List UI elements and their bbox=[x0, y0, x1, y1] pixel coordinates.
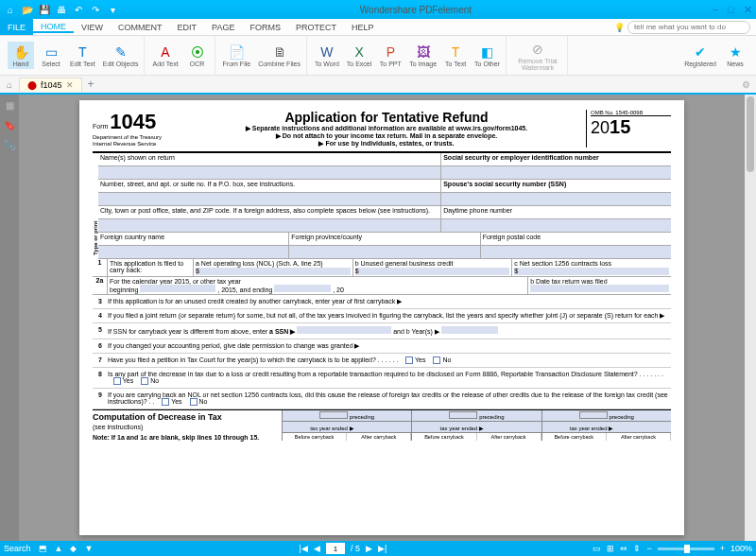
add-text-button[interactable]: AAdd Text bbox=[150, 42, 180, 69]
to-image-button[interactable]: 🖼To Image bbox=[407, 42, 438, 69]
help-search: 💡 bbox=[614, 21, 750, 34]
from-file-icon: 📄 bbox=[228, 43, 245, 61]
registered-icon: ✔ bbox=[692, 43, 709, 61]
document-viewer[interactable]: Form 1045 Department of the Treasury Int… bbox=[19, 95, 745, 541]
menu-view[interactable]: VIEW bbox=[74, 23, 111, 32]
checkbox[interactable] bbox=[113, 377, 121, 385]
news-icon: ★ bbox=[727, 43, 744, 61]
edit-text-button[interactable]: TEdit Text bbox=[68, 42, 97, 69]
document-tab[interactable]: ⬤ f1045 ✕ bbox=[19, 78, 82, 92]
zoom-in-button[interactable]: + bbox=[720, 544, 725, 553]
registered-button[interactable]: ✔Registered bbox=[682, 42, 718, 69]
bookmarks-icon[interactable]: 🔖 bbox=[4, 120, 15, 130]
ocr-button[interactable]: ⦿OCR bbox=[184, 42, 211, 69]
line-9: If you are carrying back an NOL or net s… bbox=[108, 391, 671, 406]
vertical-scrollbar[interactable] bbox=[745, 95, 756, 541]
quick-access-toolbar: ⌂ 📂 💾 🖶 ↶ ↷ ▾ bbox=[4, 3, 119, 16]
menu-edit[interactable]: EDIT bbox=[170, 23, 205, 32]
ribbon-group-watermark: ⊘Remove Trial Watermark bbox=[508, 36, 568, 75]
scroll-thumb[interactable] bbox=[747, 96, 754, 172]
first-page-button[interactable]: |◀ bbox=[300, 544, 308, 553]
tab-settings-icon[interactable]: ⚙ bbox=[736, 79, 756, 90]
fit-height-icon[interactable]: ⇕ bbox=[633, 544, 641, 553]
line-5: If SSN for carryback year is different f… bbox=[108, 326, 671, 336]
line-3: If this application is for an unused cre… bbox=[108, 298, 671, 305]
zoom-out-button[interactable]: − bbox=[646, 544, 651, 553]
edit-objects-button[interactable]: ✎Edit Objects bbox=[101, 42, 141, 69]
other-icon: ◧ bbox=[479, 43, 496, 61]
last-page-button[interactable]: ▶| bbox=[378, 544, 387, 553]
nav-down-icon[interactable]: ▼ bbox=[84, 544, 93, 553]
checkbox[interactable] bbox=[162, 398, 169, 406]
select-tool-button[interactable]: ▭Select bbox=[38, 42, 64, 69]
form-label: Form bbox=[93, 123, 108, 130]
from-file-button[interactable]: 📄From File bbox=[221, 42, 253, 69]
to-text-button[interactable]: TTo Text bbox=[442, 42, 469, 69]
remove-watermark-button[interactable]: ⊘Remove Trial Watermark bbox=[512, 39, 563, 73]
menu-home[interactable]: HOME bbox=[33, 22, 74, 33]
thumbnails-icon[interactable]: ▦ bbox=[6, 100, 14, 111]
spouse-ssn-field: Spouse's social security number (SSN) bbox=[440, 180, 671, 192]
hand-icon: ✋ bbox=[12, 43, 29, 61]
edit-objects-icon: ✎ bbox=[112, 43, 129, 61]
to-excel-button[interactable]: XTo Excel bbox=[345, 42, 373, 69]
close-button[interactable]: ✕ bbox=[744, 4, 752, 16]
prev-page-button[interactable]: ◀ bbox=[314, 544, 320, 553]
menu-help[interactable]: HELP bbox=[344, 23, 382, 32]
view-single-icon[interactable]: ▭ bbox=[593, 544, 601, 553]
qat-print-icon[interactable]: 🖶 bbox=[55, 3, 68, 16]
type-or-print-label: Type or print bbox=[93, 153, 98, 259]
qat-open-icon[interactable]: 📂 bbox=[21, 3, 34, 16]
nav-diamond-icon[interactable]: ◆ bbox=[70, 544, 77, 553]
menu-forms[interactable]: FORMS bbox=[242, 23, 288, 32]
qat-dropdown-icon[interactable]: ▾ bbox=[106, 3, 119, 16]
to-ppt-button[interactable]: PTo PPT bbox=[377, 42, 404, 69]
menu-bar: FILE HOME VIEW COMMENT EDIT PAGE FORMS P… bbox=[0, 19, 756, 36]
tab-home-icon[interactable]: ⌂ bbox=[0, 79, 19, 90]
menu-protect[interactable]: PROTECT bbox=[288, 23, 344, 32]
help-search-input[interactable] bbox=[627, 21, 750, 34]
zoom-percent[interactable]: 100% bbox=[730, 544, 752, 553]
checkbox[interactable] bbox=[190, 398, 198, 406]
status-bar: Search ⬒ ▲ ◆ ▼ |◀ ◀ / 5 ▶ ▶| ▭ ⊞ ⇔ ⇕ − +… bbox=[0, 541, 756, 556]
hand-tool-button[interactable]: ✋Hand bbox=[8, 42, 34, 69]
title-bar: ⌂ 📂 💾 🖶 ↶ ↷ ▾ Wondershare PDFelement − □… bbox=[0, 0, 756, 19]
ribbon-group-right: ✔Registered ★News bbox=[679, 36, 752, 75]
nav-icon[interactable]: ⬒ bbox=[39, 544, 47, 553]
zoom-slider[interactable] bbox=[658, 547, 714, 550]
view-continuous-icon[interactable]: ⊞ bbox=[607, 544, 614, 553]
pdf-page: Form 1045 Department of the Treasury Int… bbox=[79, 100, 684, 535]
checkbox[interactable] bbox=[405, 356, 413, 364]
add-tab-button[interactable]: + bbox=[82, 78, 100, 91]
to-word-button[interactable]: WTo Word bbox=[313, 42, 341, 69]
to-other-button[interactable]: ◧To Other bbox=[472, 42, 502, 69]
ribbon: ✋Hand ▭Select TEdit Text ✎Edit Objects A… bbox=[0, 36, 756, 76]
qat-redo-icon[interactable]: ↷ bbox=[89, 3, 102, 16]
news-button[interactable]: ★News bbox=[722, 42, 748, 69]
menu-page[interactable]: PAGE bbox=[204, 23, 242, 32]
computation-section: Computation of Decrease in Tax (see inst… bbox=[93, 409, 671, 441]
qat-home-icon[interactable]: ⌂ bbox=[4, 3, 17, 16]
maximize-button[interactable]: □ bbox=[728, 4, 734, 16]
qat-save-icon[interactable]: 💾 bbox=[38, 3, 51, 16]
qat-undo-icon[interactable]: ↶ bbox=[72, 3, 85, 16]
form-dept: Department of the Treasury Internal Reve… bbox=[93, 134, 187, 147]
file-menu[interactable]: FILE bbox=[0, 19, 33, 35]
search-label[interactable]: Search bbox=[4, 544, 31, 553]
menu-comment[interactable]: COMMENT bbox=[111, 23, 170, 32]
page-number-input[interactable] bbox=[326, 543, 345, 554]
comp-title: Computation of Decrease in Tax bbox=[93, 410, 282, 424]
fit-width-icon[interactable]: ⇔ bbox=[620, 544, 627, 553]
form-sub3: ▶ For use by individuals, estates, or tr… bbox=[187, 140, 586, 148]
combine-files-button[interactable]: 🗎Combine Files bbox=[256, 42, 302, 69]
checkbox[interactable] bbox=[433, 356, 440, 364]
checkbox[interactable] bbox=[141, 377, 148, 385]
attachments-icon[interactable]: 📎 bbox=[4, 140, 15, 150]
nav-up-icon[interactable]: ▲ bbox=[55, 544, 63, 553]
next-page-button[interactable]: ▶ bbox=[366, 544, 372, 553]
form-year: 2015 bbox=[591, 116, 671, 138]
comp-note: Note: If 1a and 1c are blank, skip lines… bbox=[93, 434, 282, 441]
tab-close-button[interactable]: ✕ bbox=[66, 80, 74, 90]
minimize-button[interactable]: − bbox=[713, 4, 718, 16]
txt-icon: T bbox=[447, 43, 464, 61]
